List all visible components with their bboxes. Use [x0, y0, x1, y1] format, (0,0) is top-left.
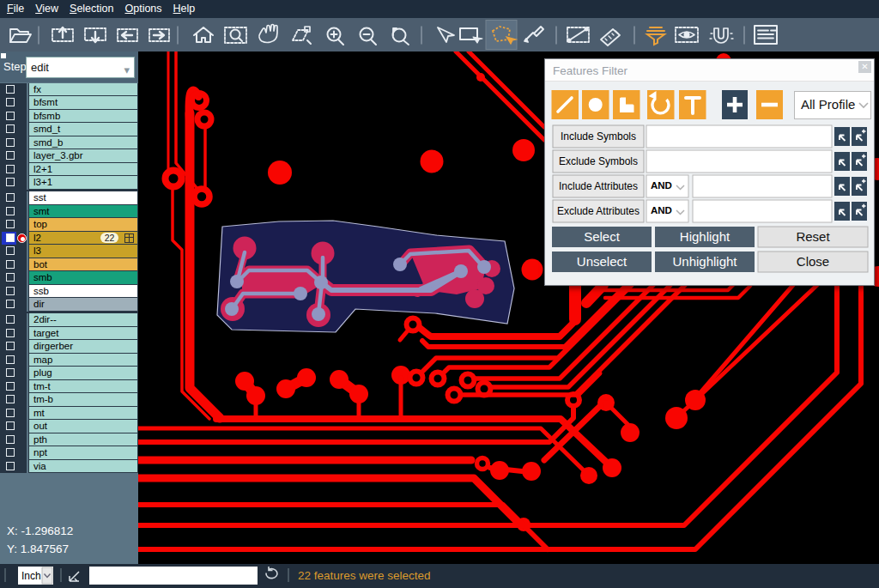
svg-text:AND: AND — [651, 180, 672, 191]
svg-text:Unhighlight: Unhighlight — [672, 254, 737, 269]
svg-text:Exclude Attributes: Exclude Attributes — [557, 205, 640, 217]
svg-text:AND: AND — [651, 205, 672, 215]
svg-text:Inch: Inch — [21, 570, 41, 582]
svg-text:22 features were selected: 22 features were selected — [298, 569, 431, 582]
svg-text:Highlight: Highlight — [680, 229, 730, 244]
svg-text:All Profile: All Profile — [801, 97, 855, 112]
svg-text:Include Attributes: Include Attributes — [559, 180, 638, 192]
svg-text:Exclude Symbols: Exclude Symbols — [559, 155, 638, 167]
svg-text:Close: Close — [797, 254, 829, 269]
svg-text:Include Symbols: Include Symbols — [561, 130, 636, 142]
svg-text:Select: Select — [584, 229, 621, 244]
svg-text:Unselect: Unselect — [577, 254, 627, 269]
svg-text:Reset: Reset — [796, 229, 830, 244]
